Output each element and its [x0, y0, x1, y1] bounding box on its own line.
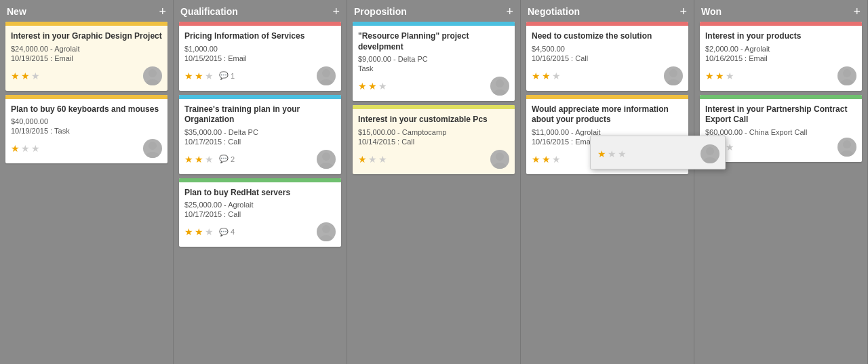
- column-won: Won+Interest in your products$2,000.00 -…: [694, 0, 868, 364]
- card-title: Would appreciate more information about …: [532, 104, 683, 125]
- card-amount: $2,000.00 - Agrolait: [705, 45, 856, 53]
- star-rating: ★★★: [11, 143, 40, 154]
- avatar: [317, 150, 336, 169]
- card-date: 10/16/2015 : Email: [705, 54, 856, 62]
- column-header-new: New+: [0, 0, 173, 22]
- card-amount: $25,000.00 - Agrolait: [184, 201, 336, 209]
- star-rating: ★★★: [184, 154, 214, 165]
- card-bar: [179, 22, 341, 26]
- comment-badge: 💬2: [219, 155, 235, 163]
- column-title: Negotiation: [528, 6, 580, 17]
- svg-point-7: [319, 163, 333, 169]
- card-title: Pricing Information of Services: [184, 31, 336, 42]
- kanban-card[interactable]: Trainee's training plan in your Organiza…: [179, 95, 341, 174]
- card-footer: ★★★: [5, 66, 167, 85]
- card-amount: $40,000.00: [11, 117, 162, 125]
- avatar: [490, 150, 509, 169]
- card-date: 10/17/2015 : Call: [184, 138, 336, 146]
- svg-point-5: [319, 79, 333, 85]
- comment-badge: 💬4: [219, 228, 235, 237]
- card-date: 10/16/2015 : Call: [532, 54, 683, 62]
- add-card-button[interactable]: +: [332, 5, 340, 18]
- card-title: Interest in your products: [705, 31, 856, 42]
- kanban-card[interactable]: Interest in your Graphic Design Project$…: [5, 22, 167, 91]
- kanban-board: New+Interest in your Graphic Design Proj…: [0, 0, 868, 364]
- star-rating: ★★★: [358, 154, 387, 165]
- card-amount: $4,500.00: [532, 45, 683, 53]
- svg-point-0: [149, 69, 157, 77]
- add-card-button[interactable]: +: [679, 5, 687, 18]
- card-title: Plan to buy 60 keyboards and mouses: [11, 104, 162, 115]
- card-footer: ★★★: [5, 139, 167, 158]
- svg-point-1: [146, 79, 159, 85]
- column-title: Won: [701, 6, 722, 17]
- card-title: Trainee's training plan in your Organiza…: [184, 104, 336, 125]
- avatar: [490, 77, 509, 96]
- kanban-card[interactable]: "Resource Planning" project develpment$9…: [353, 22, 515, 101]
- card-bar: [526, 22, 688, 26]
- svg-point-11: [493, 89, 507, 96]
- star-rating: ★★★: [184, 70, 214, 81]
- card-amount: $11,000.00 - Agrolait: [532, 128, 683, 136]
- column-negotiation: Negotiation+Need to customize the soluti…: [521, 0, 694, 364]
- column-header-qualification: Qualification+: [174, 0, 347, 22]
- popup-avatar: [701, 144, 719, 163]
- column-new: New+Interest in your Graphic Design Proj…: [0, 0, 174, 364]
- card-title: "Resource Planning" project develpment: [358, 31, 509, 52]
- svg-point-2: [149, 142, 157, 150]
- cards-list: Interest in your Graphic Design Project$…: [0, 22, 173, 169]
- avatar: [143, 66, 162, 85]
- svg-point-9: [319, 235, 333, 241]
- card-bar: [179, 178, 341, 182]
- comment-badge: 💬1: [219, 71, 235, 80]
- add-card-button[interactable]: +: [853, 5, 861, 18]
- column-title: New: [7, 6, 26, 17]
- avatar: [317, 66, 336, 85]
- avatar: [664, 66, 683, 85]
- card-footer: ★★★: [353, 150, 515, 169]
- svg-point-12: [496, 153, 504, 161]
- cards-list: Pricing Information of Services$1,000.00…: [174, 22, 347, 252]
- avatar: [143, 139, 162, 158]
- card-amount: $35,000.00 - Delta PC: [184, 128, 336, 136]
- star-rating: ★★★: [184, 226, 214, 237]
- kanban-card[interactable]: Pricing Information of Services$1,000.00…: [179, 22, 341, 91]
- column-qualification: Qualification+Pricing Information of Ser…: [174, 0, 347, 364]
- card-amount: $15,000.00 - Camptocamp: [358, 128, 509, 136]
- card-footer: ★★★: [700, 66, 862, 85]
- card-date: Task: [358, 64, 509, 73]
- star-rating: ★★★: [705, 70, 734, 81]
- card-bar: [353, 22, 515, 26]
- add-card-button[interactable]: +: [506, 5, 513, 18]
- svg-point-10: [496, 79, 504, 87]
- avatar: [837, 66, 856, 85]
- kanban-card[interactable]: Interest in your customizable Pcs$15,000…: [353, 105, 515, 174]
- card-amount: $1,000.00: [184, 45, 336, 53]
- card-title: Need to customize the solution: [532, 31, 683, 42]
- svg-point-15: [667, 79, 680, 85]
- card-bar: [526, 95, 688, 99]
- svg-point-8: [322, 225, 330, 233]
- card-bar: [700, 95, 862, 99]
- card-amount: $60,000.00 - China Export Call: [705, 128, 856, 136]
- popup-card: ★ ★ ★: [590, 136, 726, 169]
- card-footer: ★★★: [353, 77, 515, 96]
- card-footer: ★★★💬4: [179, 222, 341, 241]
- card-date: 10/17/2015 : Call: [184, 210, 336, 218]
- column-title: Proposition: [354, 6, 407, 17]
- column-header-negotiation: Negotiation+: [521, 0, 694, 22]
- kanban-card[interactable]: Interest in your products$2,000.00 - Agr…: [700, 22, 862, 91]
- svg-point-6: [322, 153, 330, 161]
- column-header-won: Won+: [694, 0, 867, 22]
- kanban-card[interactable]: Need to customize the solution$4,500.001…: [526, 22, 688, 91]
- kanban-card[interactable]: Plan to buy RedHat servers$25,000.00 - A…: [179, 178, 341, 247]
- svg-point-13: [493, 163, 507, 169]
- card-date: 10/19/2015 : Task: [11, 127, 162, 135]
- column-title: Qualification: [180, 6, 238, 17]
- column-header-proposition: Proposition+: [347, 0, 520, 22]
- card-footer: ★★★: [526, 66, 688, 85]
- kanban-card[interactable]: Plan to buy 60 keyboards and mouses$40,0…: [5, 95, 167, 164]
- add-card-button[interactable]: +: [159, 5, 166, 18]
- svg-point-3: [146, 152, 159, 158]
- card-title: Interest in your customizable Pcs: [358, 115, 509, 125]
